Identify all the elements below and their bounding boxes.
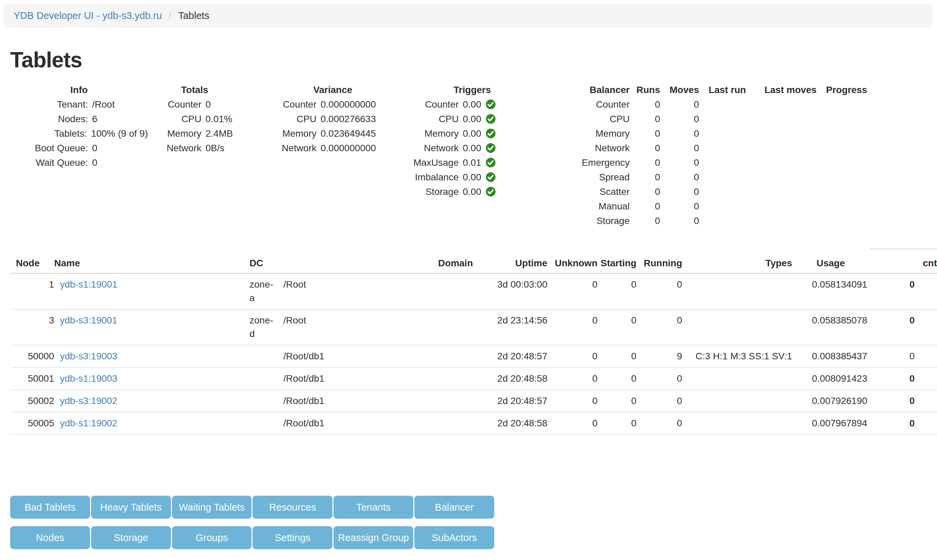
stat-row: CPU 0.01% [153, 112, 237, 126]
node-id-cell: 50005 [10, 412, 54, 434]
action-button[interactable]: Waiting Tablets [172, 496, 252, 519]
balancer-runs: 0 [630, 126, 660, 141]
stat-value: 100% (9 of 9) [87, 126, 148, 141]
check-circle-icon [485, 99, 496, 110]
action-button[interactable]: Nodes [10, 526, 90, 549]
balancer-last-moves [755, 126, 817, 141]
table-row: 50000 ydb-s3:19003 /Root/db1 2d 20:48:57… [10, 345, 937, 368]
action-button[interactable]: Tenants [333, 496, 413, 519]
domain-cell: /Root/db1 [284, 390, 473, 412]
node-link[interactable]: ydb-s1:19001 [60, 279, 117, 290]
types-cell [682, 309, 792, 345]
trigger-label: Network [406, 141, 459, 155]
stat-row: Tenant: /Root [10, 97, 148, 112]
action-button[interactable]: Storage [91, 526, 171, 549]
action-button[interactable]: SubActors [415, 526, 494, 549]
stat-row: Counter 0 [153, 97, 237, 112]
stat-row: Nodes: 6 [10, 112, 148, 126]
trigger-value: 0.00 [459, 185, 481, 199]
stat-value: 0 [88, 155, 97, 170]
tablets-column-header: Usage [792, 253, 867, 274]
action-button[interactable]: Balancer [415, 496, 494, 519]
action-button[interactable]: Bad Tablets [10, 496, 90, 519]
stat-label: Wait Queue: [10, 155, 88, 170]
trigger-value: 0.00 [459, 170, 481, 185]
uptime-cell: 3d 00:03:00 [473, 274, 547, 309]
breadcrumb-current: Tablets [178, 10, 209, 21]
balancer-progress [817, 97, 867, 112]
stat-label: Tenant: [10, 97, 88, 112]
balancer-moves: 0 [660, 126, 699, 141]
domain-cell: /Root/db1 [284, 412, 473, 434]
stats-variance-group: Variance Counter 0.000000000 CPU 0.00027… [267, 83, 398, 155]
balancer-last-moves [755, 214, 817, 228]
balancer-last-run [699, 141, 755, 155]
node-link[interactable]: ydb-s1:19003 [60, 373, 117, 384]
node-name-cell: ydb-s1:19002 [54, 412, 250, 434]
balancer-row: Spread 0 0 [575, 170, 867, 185]
stat-label: Counter [267, 97, 316, 112]
node-link[interactable]: ydb-s3:19001 [60, 315, 117, 326]
trigger-label: MaxUsage [406, 155, 459, 170]
balancer-runs: 0 [630, 170, 660, 185]
stats-triggers-rows: Counter 0.00 CPU 0.00 [406, 97, 538, 199]
balancer-row: CPU 0 0 [575, 112, 867, 126]
starting-cell: 0 [598, 390, 636, 412]
action-button[interactable]: Heavy Tablets [91, 496, 171, 519]
trigger-value: 0.00 [459, 126, 481, 141]
node-link[interactable]: ydb-s1:19002 [60, 418, 117, 428]
balancer-last-moves [755, 170, 817, 185]
tablets-table-wrap: NodeNameDCDomainUptimeUnknownStartingRun… [10, 248, 937, 435]
running-cell: 0 [636, 274, 682, 309]
balancer-label: Memory [575, 126, 630, 141]
starting-cell: 0 [598, 368, 636, 390]
trigger-value: 0.00 [459, 112, 481, 126]
balancer-row: Counter 0 0 [575, 97, 867, 112]
balancer-label: Manual [575, 199, 630, 214]
breadcrumb-home-link[interactable]: YDB Developer UI - ydb-s3.ydb.ru [14, 10, 162, 21]
node-link[interactable]: ydb-s3:19002 [60, 395, 117, 406]
dc-cell [250, 345, 284, 368]
balancer-moves: 0 [660, 97, 699, 112]
balancer-last-run [699, 155, 755, 170]
stat-value: 0 [88, 141, 97, 155]
trigger-row: Storage 0.00 [406, 185, 538, 199]
cnt-cell: 0 [867, 345, 937, 368]
stat-value: /Root [88, 97, 115, 112]
balancer-last-run [699, 97, 755, 112]
balancer-label: Network [575, 141, 630, 155]
unknown-cell: 0 [547, 345, 598, 368]
trigger-label: Storage [406, 185, 459, 199]
balancer-column-header: Last moves [755, 83, 817, 97]
table-row: 50002 ydb-s3:19002 /Root/db1 2d 20:48:57… [10, 390, 937, 412]
node-name-cell: ydb-s3:19002 [54, 390, 250, 412]
balancer-column-header: Balancer [575, 83, 630, 97]
balancer-moves: 0 [660, 155, 699, 170]
trigger-row: Counter 0.00 [406, 97, 538, 112]
table-row: 50005 ydb-s1:19002 /Root/db1 2d 20:48:58… [10, 412, 937, 434]
balancer-last-moves [755, 141, 817, 155]
action-button[interactable]: Settings [253, 526, 333, 549]
stat-value: 0.01% [202, 112, 232, 126]
node-link[interactable]: ydb-s3:19003 [60, 351, 117, 362]
running-cell: 9 [636, 345, 682, 368]
stat-label: Network [267, 141, 316, 155]
unknown-cell: 0 [547, 309, 598, 345]
node-id-cell: 50002 [10, 390, 54, 412]
balancer-last-moves [755, 97, 817, 112]
balancer-table: BalancerRunsMovesLast runLast movesProgr… [575, 83, 867, 228]
balancer-runs: 0 [630, 112, 660, 126]
uptime-cell: 2d 20:48:58 [473, 368, 547, 390]
action-button[interactable]: Groups [172, 526, 252, 549]
balancer-column-header: Runs [630, 83, 660, 97]
check-circle-icon [485, 114, 496, 124]
balancer-progress [817, 155, 867, 170]
balancer-row: Emergency 0 0 [575, 155, 867, 170]
domain-cell: /Root [284, 309, 473, 345]
action-button[interactable]: Resources [253, 496, 333, 519]
breadcrumb: YDB Developer UI - ydb-s3.ydb.ru / Table… [3, 3, 933, 28]
action-button[interactable]: Reassign Group [333, 526, 413, 549]
cnt-cell: 0 [867, 368, 937, 390]
balancer-progress [817, 214, 867, 228]
balancer-header-row: BalancerRunsMovesLast runLast movesProgr… [575, 83, 867, 97]
